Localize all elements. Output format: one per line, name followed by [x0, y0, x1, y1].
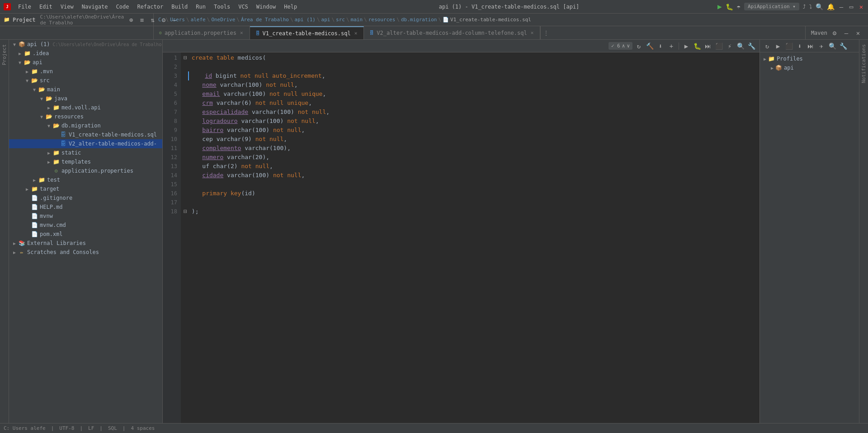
tree-templates[interactable]: ▶ 📁 templates [9, 157, 162, 166]
bc-alefe[interactable]: alefe [191, 17, 206, 23]
bc-src[interactable]: src [336, 17, 345, 23]
maven-hide-icon[interactable]: ✕ [854, 28, 863, 38]
tree-src[interactable]: ▼ 📂 src [9, 76, 162, 85]
minimize-button[interactable]: — [838, 4, 844, 10]
bc-dbmig[interactable]: db.migration [401, 17, 437, 23]
tree-medvollapi[interactable]: ▶ 📁 med.voll.api [9, 103, 162, 112]
bc-users[interactable]: Users [170, 17, 185, 23]
debug-maven-icon[interactable]: 🐛 [693, 42, 702, 51]
add-icon[interactable]: + [667, 42, 676, 51]
maven-settings-icon[interactable]: ⚙ [830, 28, 839, 38]
stop-icon[interactable]: ⬛ [714, 42, 723, 51]
menu-refactor[interactable]: Refactor [133, 2, 167, 11]
locate-icon[interactable]: ⊕ [127, 15, 136, 24]
bc-area[interactable]: Área de Trabalho [241, 17, 289, 23]
tree-helpmd[interactable]: ▶ 📄 HELP.md [9, 202, 162, 212]
menu-view[interactable]: View [57, 2, 77, 11]
debug-button[interactable]: 🐛 [726, 3, 733, 10]
tree-resources[interactable]: ▼ 📂 resources [9, 112, 162, 121]
wrench-icon[interactable]: 🔧 [747, 42, 756, 51]
tree-appprops[interactable]: ▶ ⚙ application.properties [9, 166, 162, 175]
search-maven-icon[interactable]: 🔍 [736, 42, 745, 51]
tree-extlibs[interactable]: ▶ 📚 External Libraries [9, 239, 162, 248]
maven-minimize-icon[interactable]: — [842, 28, 851, 38]
download-icon[interactable]: ⬇ [656, 42, 665, 51]
coverage-button[interactable]: ☂ [737, 3, 741, 10]
maven-wrench-icon[interactable]: 🔧 [839, 42, 848, 51]
tab-v1-sql[interactable]: 🗄 V1_create-table-medicos.sql ✕ [250, 26, 364, 39]
git-icon[interactable]: ⤴ [803, 4, 806, 10]
maximize-button[interactable]: ▭ [848, 4, 854, 10]
skip-icon[interactable]: ⏭ [703, 42, 712, 51]
notifications-icon[interactable]: 🔔 [827, 3, 835, 10]
tree-target[interactable]: ▶ 📁 target [9, 184, 162, 193]
tree-root-api1[interactable]: ▼ 📦 api (1) C:\Users\alefe\OneDrive\Área… [9, 40, 162, 49]
menu-help[interactable]: Help [280, 2, 301, 11]
tree-gitignore[interactable]: ▶ 📄 .gitignore [9, 193, 162, 202]
maven-stop-icon[interactable]: ⬛ [784, 42, 793, 51]
menu-vcs[interactable]: VCS [235, 2, 252, 11]
build-icon[interactable]: 🔨 [645, 42, 654, 51]
run-button[interactable]: ▶ [717, 2, 722, 11]
folder-icon-templates: 📁 [52, 158, 60, 165]
tree-mvnw[interactable]: ▶ 📄 mvnw [9, 212, 162, 221]
tree-label-medvoll: med.voll.api [61, 104, 101, 111]
run-maven-icon[interactable]: ▶ [682, 42, 691, 51]
bc-main[interactable]: main [351, 17, 363, 23]
maven-skip-tests-icon[interactable]: ⏭ [806, 42, 815, 51]
menu-tools[interactable]: Tools [210, 2, 234, 11]
code-text[interactable]: ⊟create table medicos( id bigint not nul… [181, 52, 760, 423]
menu-build[interactable]: Build [168, 2, 191, 11]
bc-c[interactable]: C: [158, 17, 164, 23]
generate-icon[interactable]: ⚡ [725, 42, 734, 51]
collapse-icon[interactable]: ≡ [137, 15, 146, 24]
tree-static[interactable]: ▶ 📁 static [9, 148, 162, 157]
tree-pomxml[interactable]: ▶ 📄 pom.xml [9, 230, 162, 239]
menu-run[interactable]: Run [192, 2, 209, 11]
search-icon[interactable]: 🔍 [816, 3, 823, 10]
maven-refresh-icon[interactable]: ↻ [763, 42, 772, 51]
tab-v2-sql[interactable]: 🗄 V2_alter-table-medicos-add-column-tele… [364, 26, 540, 39]
tree-main[interactable]: ▼ 📂 main [9, 85, 162, 94]
maven-profiles[interactable]: ▶ 📁 Profiles [760, 54, 859, 63]
fold-indicator[interactable]: ✓ 6 ∧ ∨ [609, 42, 632, 50]
close-button[interactable]: ✕ [858, 4, 864, 10]
maven-search-icon[interactable]: 🔍 [828, 42, 837, 51]
menu-navigate[interactable]: Navigate [78, 2, 112, 11]
bc-filename[interactable]: V1_create-table-medicos.sql [450, 17, 531, 23]
tab-close-props[interactable]: ✕ [239, 29, 244, 36]
tree-idea[interactable]: ▶ 📁 .idea [9, 49, 162, 58]
tabs-overflow-button[interactable]: ⋮ [540, 26, 552, 39]
git-pull-icon[interactable]: ⤵ [809, 4, 812, 10]
bc-api1[interactable]: api (1) [295, 17, 316, 23]
menu-window[interactable]: Window [253, 2, 279, 11]
code-editor[interactable]: 1 2 3 4 5 6 7 8 9 10 11 12 13 14 15 16 1… [163, 52, 760, 423]
rerun-icon[interactable]: ↻ [634, 42, 643, 51]
run-config[interactable]: ApiApplication ▾ [744, 3, 799, 10]
bc-resources[interactable]: resources [368, 17, 396, 23]
maven-api[interactable]: ▶ 📦 api [760, 63, 859, 72]
maven-offline-icon[interactable]: ✈ [817, 42, 826, 51]
tab-close-v1[interactable]: ✕ [354, 30, 359, 37]
menu-edit[interactable]: Edit [36, 2, 56, 11]
tree-mvnwcmd[interactable]: ▶ 📄 mvnw.cmd [9, 221, 162, 230]
tree-mvn[interactable]: ▶ 📁 .mvn [9, 67, 162, 76]
maven-download-icon[interactable]: ⬇ [795, 42, 804, 51]
maven-run-icon[interactable]: ▶ [774, 42, 783, 51]
tree-scratches[interactable]: ▶ ✏️ Scratches and Consoles [9, 248, 162, 257]
tree-test[interactable]: ▶ 📁 test [9, 175, 162, 184]
tab-close-v2[interactable]: ✕ [530, 29, 535, 36]
menu-file[interactable]: File [14, 2, 35, 11]
tab-application-properties[interactable]: ⚙ application.properties ✕ [154, 26, 250, 39]
left-side-panel: Project [0, 40, 9, 423]
notifications-tab[interactable]: Notifications [859, 40, 868, 88]
project-vertical-tab[interactable]: Project [0, 40, 9, 70]
tree-dbmigration[interactable]: ▼ 📂 db.migration [9, 121, 162, 130]
tree-java[interactable]: ▼ 📂 java [9, 94, 162, 103]
tree-v1sql[interactable]: ▶ 🗄 V1_create-table-medicos.sql [9, 130, 162, 139]
tree-api[interactable]: ▼ 📂 api [9, 58, 162, 67]
menu-code[interactable]: Code [113, 2, 133, 11]
tree-v2sql[interactable]: ▶ 🗄 V2_alter-table-medicos-add- [9, 139, 162, 148]
bc-onedrive[interactable]: OneDrive [211, 17, 235, 23]
bc-api[interactable]: api [321, 17, 330, 23]
